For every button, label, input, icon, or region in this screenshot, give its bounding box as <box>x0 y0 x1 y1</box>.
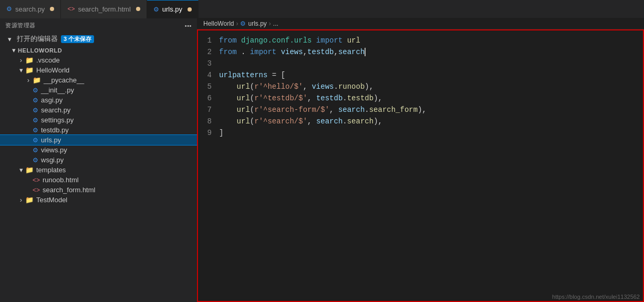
item-label: __pycache__ <box>44 76 84 84</box>
attribution: https://blog.csdn.net/xulei1132562 <box>552 294 640 300</box>
line-number: 2 <box>198 46 219 58</box>
code-line-6: 6 url(r'^testdb/$', testdb.testdb), <box>198 92 643 104</box>
item-label: asgi.py <box>41 96 63 104</box>
item-label: search_form.html <box>43 186 95 194</box>
py-icon: ⚙ <box>33 97 38 104</box>
tab-bar: ⚙ search.py <> search_form.html ⚙ urls.p… <box>0 0 644 18</box>
code-line-4: 4 urlpatterns = [ <box>198 69 643 81</box>
code-content: urlpatterns = [ <box>219 69 643 81</box>
line-number: 5 <box>198 81 219 92</box>
open-editors-label: 打开的编辑器 <box>17 34 58 44</box>
line-number: 7 <box>198 104 219 116</box>
sidebar-item-wsgi-py[interactable]: ⚙ wsgi.py <box>0 155 197 165</box>
breadcrumb: HelloWorld › ⚙ urls.py › ... <box>197 18 644 29</box>
item-label: HelloWorld <box>36 66 69 74</box>
sidebar-item-runoob-html[interactable]: <> runoob.html <box>0 175 197 185</box>
sidebar-item-testmodel[interactable]: 📁 TestModel <box>0 195 197 205</box>
code-content: url(r'^search/$', search.search), <box>219 116 643 127</box>
py-icon: ⚙ <box>33 87 38 94</box>
tab-search-py[interactable]: ⚙ search.py <box>0 0 61 18</box>
item-label: settings.py <box>41 116 74 124</box>
item-label: .vscode <box>36 56 60 64</box>
code-content: ] <box>219 127 643 139</box>
tab-urls-py[interactable]: ⚙ urls.py <box>147 0 199 18</box>
editor-area: HelloWorld › ⚙ urls.py › ... 1 from djan… <box>197 18 644 302</box>
sidebar-header: 资源管理器 ••• <box>0 18 197 33</box>
sidebar-item-vscode[interactable]: 📁 .vscode <box>0 55 197 65</box>
py-icon: ⚙ <box>153 6 159 13</box>
code-content: url(r'^testdb/$', testdb.testdb), <box>219 92 643 104</box>
tab-label: search_form.html <box>78 5 130 13</box>
line-number: 3 <box>198 58 219 69</box>
sidebar-item-templates[interactable]: 📁 templates <box>0 165 197 175</box>
code-line-3: 3 <box>198 58 643 69</box>
tab-search-form-html[interactable]: <> search_form.html <box>61 0 147 18</box>
breadcrumb-sep1: › <box>236 20 238 27</box>
sidebar-item-init-py[interactable]: ⚙ __init__.py <box>0 85 197 95</box>
line-number: 6 <box>198 92 219 104</box>
root-label: HELLOWORLD <box>18 47 62 54</box>
folder-icon: 📁 <box>25 56 34 64</box>
folder-icon: 📁 <box>25 166 34 174</box>
breadcrumb-part3: ... <box>273 20 278 27</box>
pycache-arrow <box>24 76 33 84</box>
py-icon: ⚙ <box>33 157 38 164</box>
tab-label: urls.py <box>162 5 182 13</box>
breadcrumb-sep2: › <box>269 20 271 27</box>
sidebar-item-asgi-py[interactable]: ⚙ asgi.py <box>0 95 197 105</box>
sidebar-item-helloworld-folder[interactable]: 📁 HelloWorld <box>0 65 197 75</box>
breadcrumb-part2: ⚙ urls.py <box>240 20 266 27</box>
breadcrumb-part1: HelloWorld <box>203 20 234 27</box>
line-number: 8 <box>198 116 219 127</box>
py-icon: ⚙ <box>33 137 38 144</box>
html-icon: <> <box>33 186 40 194</box>
folder-icon: 📁 <box>25 66 34 74</box>
code-line-1: 1 from django.conf.urls import url <box>198 35 643 46</box>
tab-label: search.py <box>15 5 45 13</box>
item-label: search.py <box>41 106 70 114</box>
sidebar-item-search-py[interactable]: ⚙ search.py <box>0 105 197 115</box>
line-number: 4 <box>198 69 219 81</box>
code-content: url(r'^search-form/$', search.search_for… <box>219 104 643 116</box>
unsaved-dot <box>136 7 140 11</box>
sidebar-item-urls-py[interactable]: ⚙ urls.py <box>0 135 197 145</box>
py-icon: ⚙ <box>33 117 38 124</box>
py-icon: ⚙ <box>33 147 38 154</box>
sidebar: 资源管理器 ••• 打开的编辑器 3 个未保存 HELLOWORLD 📁 .vs… <box>0 18 197 302</box>
py-icon: ⚙ <box>6 5 12 13</box>
code-line-9: 9 ] <box>198 127 643 139</box>
code-content: url(r'^hello/$', views.runoob), <box>219 81 643 92</box>
sidebar-item-testdb-py[interactable]: ⚙ testdb.py <box>0 125 197 135</box>
code-line-5: 5 url(r'^hello/$', views.runoob), <box>198 81 643 92</box>
open-editors-bar[interactable]: 打开的编辑器 3 个未保存 <box>0 33 197 45</box>
sidebar-item-helloworld-root[interactable]: HELLOWORLD <box>0 45 197 55</box>
root-arrow <box>9 46 18 54</box>
item-label: templates <box>36 166 66 174</box>
code-editor[interactable]: 1 from django.conf.urls import url 2 fro… <box>197 29 644 302</box>
code-line-7: 7 url(r'^search-form/$', search.search_f… <box>198 104 643 116</box>
templates-arrow <box>17 166 25 174</box>
py-icon: ⚙ <box>33 107 38 114</box>
line-number: 1 <box>198 35 219 46</box>
sidebar-title: 资源管理器 <box>5 22 36 29</box>
item-label: urls.py <box>41 136 61 144</box>
more-icon[interactable]: ••• <box>185 23 192 29</box>
code-line-8: 8 url(r'^search/$', search.search), <box>198 116 643 127</box>
vscode-arrow <box>17 56 25 64</box>
code-content: from . import views,testdb,search <box>219 46 643 58</box>
sidebar-item-settings-py[interactable]: ⚙ settings.py <box>0 115 197 125</box>
sidebar-item-pycache[interactable]: 📁 __pycache__ <box>0 75 197 85</box>
sidebar-item-views-py[interactable]: ⚙ views.py <box>0 145 197 155</box>
item-label: TestModel <box>36 196 67 204</box>
open-editors-badge: 3 个未保存 <box>61 35 94 43</box>
html-icon: <> <box>33 176 40 184</box>
line-number: 9 <box>198 127 219 139</box>
html-icon: <> <box>67 5 75 13</box>
item-label: wsgi.py <box>41 156 64 164</box>
code-line-2: 2 from . import views,testdb,search <box>198 46 643 58</box>
unsaved-dot <box>188 7 192 12</box>
py-icon: ⚙ <box>33 127 38 134</box>
code-content: from django.conf.urls import url <box>219 35 643 46</box>
sidebar-item-search-form-html[interactable]: <> search_form.html <box>0 185 197 195</box>
testmodel-arrow <box>17 196 25 204</box>
